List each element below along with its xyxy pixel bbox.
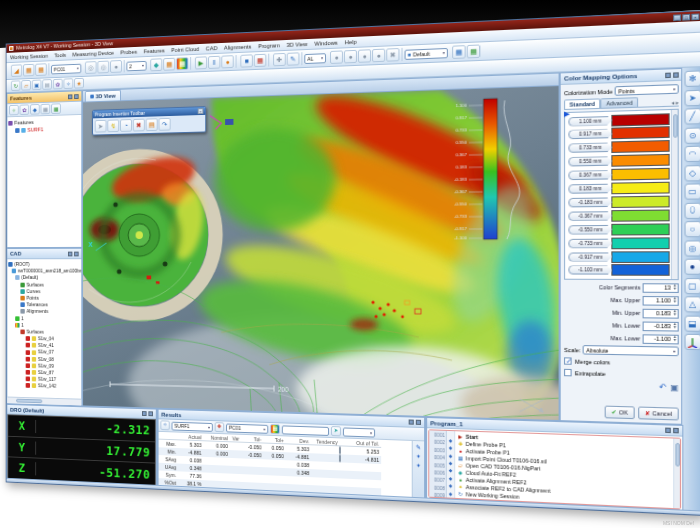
record-icon[interactable]: ●	[221, 55, 233, 68]
tab-advanced[interactable]: Advanced	[601, 97, 639, 108]
tree-grid-icon[interactable]: ▦	[51, 103, 61, 114]
scale-item[interactable]: 0.733 mm	[568, 140, 669, 155]
explode-icon[interactable]: ✿	[20, 104, 30, 115]
grid2-icon[interactable]: ▦	[467, 44, 481, 58]
feature-pick-icon[interactable]: ✧	[160, 420, 169, 430]
ref-combo[interactable]: 2▾	[126, 60, 146, 70]
circle1-icon[interactable]: ◎	[85, 61, 97, 74]
diamond-icon[interactable]: ◆	[150, 58, 162, 71]
cancel-button[interactable]: ✘ Cancel	[638, 407, 679, 421]
al-combo[interactable]: AL▾	[304, 53, 326, 64]
ok-button[interactable]: ✔ OK	[605, 406, 635, 420]
min-upper-spinner[interactable]: 0.183▲▼	[643, 308, 679, 318]
play-icon[interactable]: ▶	[195, 56, 207, 69]
square-icon[interactable]: ■	[240, 54, 252, 67]
scale-item[interactable]: -1.100 mm	[568, 264, 669, 277]
nav-down-icon[interactable]: ✦	[416, 461, 421, 468]
save-icon[interactable]: ▣	[670, 383, 679, 393]
menu-program[interactable]: Program	[258, 42, 280, 49]
menu-windows[interactable]: Windows	[314, 40, 337, 47]
axis-system-icon[interactable]	[684, 334, 700, 350]
scale-scrollbar[interactable]	[671, 110, 678, 279]
maximize-button[interactable]: □	[682, 13, 690, 20]
close-icon[interactable]: ×	[198, 108, 204, 114]
gauge-icon[interactable]: ◔	[120, 119, 132, 132]
clipboard-icon[interactable]: ▤	[146, 118, 158, 131]
results-cloud-combo[interactable]: PC01▾	[226, 423, 268, 433]
sphere1-icon[interactable]: ●	[330, 50, 343, 64]
settings-icon[interactable]: ✻	[684, 70, 700, 87]
circle2-icon[interactable]: ◎	[97, 61, 109, 74]
results-filter-input[interactable]	[282, 425, 329, 436]
program-breakpoint-gutter[interactable]: ◆◆◆◆◆◆◆◆	[447, 431, 455, 498]
panel-close-icon[interactable]	[673, 72, 679, 78]
program-scrollbar[interactable]	[673, 439, 680, 509]
slot-icon[interactable]: ▭	[684, 183, 700, 199]
program-insertion-toolbar[interactable]: Program Insertion Toolbar × ➤ ↯ ◔ ✖ ▤ ↷	[92, 106, 206, 135]
axis-pick-icon[interactable]: ✚	[215, 422, 224, 432]
panel-pin-icon[interactable]	[142, 411, 147, 416]
pen-icon[interactable]: ✎	[287, 52, 300, 65]
extrapolate-checkbox[interactable]	[564, 369, 572, 377]
menu-alignments[interactable]: Alignments	[224, 44, 251, 51]
colormap-icon[interactable]: ▦	[176, 57, 188, 70]
ellipse-icon[interactable]: ⬯	[684, 202, 700, 218]
link-icon[interactable]: ◆	[30, 104, 40, 115]
sync-icon[interactable]: ↻	[11, 80, 21, 91]
pc-combo[interactable]: PC01▾	[51, 63, 81, 74]
lightning-icon[interactable]: ↯	[107, 119, 119, 132]
star-icon[interactable]: ★	[74, 78, 84, 89]
menu-3d-view[interactable]: 3D View	[286, 41, 307, 48]
probe-icon[interactable]: ✧	[63, 78, 73, 89]
edit-icon[interactable]: ✎	[416, 443, 421, 450]
extrapolate-option[interactable]: Extrapolate	[564, 368, 679, 380]
list-icon[interactable]: ▦	[41, 104, 51, 115]
scale-item[interactable]: 0.550 mm	[568, 154, 669, 169]
max-upper-spinner[interactable]: 1.100▲▼	[643, 295, 679, 305]
pause-icon[interactable]: ‖	[208, 56, 220, 69]
panel-close-icon[interactable]	[74, 251, 78, 256]
menu-features[interactable]: Features	[144, 48, 165, 55]
arc-icon[interactable]: ◠	[684, 146, 700, 162]
minimize-button[interactable]: _	[673, 14, 681, 21]
circle-icon[interactable]: ○	[684, 221, 700, 237]
cut-icon[interactable]: ✖	[133, 119, 145, 132]
panel-pin-icon[interactable]	[68, 251, 72, 256]
scale-item[interactable]: -0.367 mm	[568, 209, 669, 223]
panel-pin-icon[interactable]	[409, 419, 414, 424]
menu-probes[interactable]: Probes	[120, 49, 137, 56]
save-icon[interactable]: ▣	[32, 80, 42, 91]
cad-part[interactable]: swT0000001_asm218_am100bw1_b	[8, 268, 80, 275]
menu-cad[interactable]: CAD	[206, 45, 218, 51]
rect-icon[interactable]: ▢	[684, 277, 700, 293]
panel-pin-icon[interactable]	[665, 428, 671, 434]
results-feature-combo[interactable]: SURF1▾	[172, 421, 213, 431]
colorization-mode-select[interactable]: Points▾	[615, 84, 679, 96]
scale-marker-icon[interactable]: ▶	[564, 110, 570, 119]
table-icon[interactable]: ▦	[254, 54, 267, 67]
scale-select[interactable]: Absolute▾	[583, 345, 679, 356]
scale-item[interactable]: -0.183 mm	[568, 195, 669, 209]
min-lower-spinner[interactable]: -0.183▲▼	[643, 321, 679, 331]
menu-help[interactable]: Help	[345, 39, 357, 46]
cad-surface-item[interactable]: S1w_142	[8, 382, 80, 391]
tab-standard[interactable]: Standard	[564, 98, 601, 109]
diamond-shape-icon[interactable]: ◇	[684, 165, 700, 181]
cone-icon[interactable]: △	[684, 296, 700, 312]
open-icon[interactable]: ▱	[21, 80, 31, 91]
default-combo[interactable]: ■ Default▾	[405, 47, 448, 59]
scale-item[interactable]: 0.183 mm	[568, 181, 669, 195]
box-icon[interactable]: ▦	[163, 58, 175, 71]
scale-item[interactable]: -0.733 mm	[568, 236, 669, 249]
redo-icon[interactable]: ↷	[159, 118, 171, 131]
results-extra-combo[interactable]: ▾	[343, 427, 375, 437]
panel-pin-icon[interactable]	[665, 72, 671, 78]
scale-item[interactable]: -0.550 mm	[568, 223, 669, 236]
scale-item[interactable]: 0.917 mm	[568, 126, 669, 141]
tab-nav-arrows[interactable]: ◂ ▸	[671, 99, 678, 106]
panel-close-icon[interactable]	[416, 420, 421, 425]
ring-icon[interactable]: ◎	[684, 240, 700, 256]
nav-up-icon[interactable]: ✦	[416, 452, 421, 459]
viewport-3d[interactable]: 1.100 0.917 0.733 0.550 0.367 0.183 -0.1…	[82, 85, 559, 421]
menu-measuring-device[interactable]: Measuring Device	[72, 50, 114, 58]
